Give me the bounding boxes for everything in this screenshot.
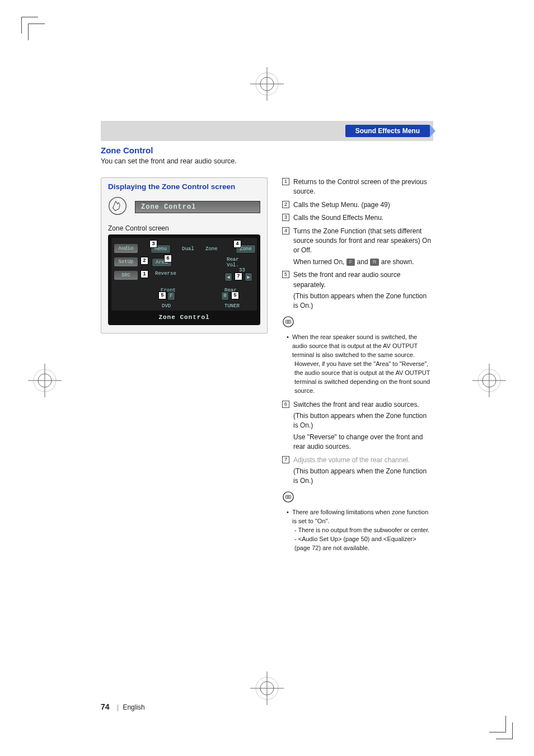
callout-7: 7 [235, 273, 242, 280]
registration-mark-icon [472, 364, 506, 397]
description-column: 1Returns to the Control screen of the pr… [282, 177, 433, 555]
crop-corner [28, 24, 45, 40]
ui-front-tag: F [167, 292, 175, 300]
page: Sound Effects Menu Zone Control You can … [0, 0, 534, 756]
registration-mark-icon [28, 364, 62, 397]
callout-3: 3 [149, 240, 157, 248]
registration-mark-icon [250, 672, 284, 705]
note-block-1: When the rear speaker sound is switched,… [282, 333, 433, 396]
note2-c: - <Audio Set Up> (page 50) and <Equalize… [292, 535, 433, 553]
r-tag-icon: R [370, 259, 380, 266]
registration-mark-icon [250, 67, 284, 101]
ui-screenshot-footer: Zone Control [111, 311, 257, 322]
boxnum-6: 6 [282, 401, 289, 408]
boxnum-3: 3 [282, 214, 289, 221]
crop-corner [489, 716, 506, 732]
touch-label-text: Zone Control [141, 203, 196, 211]
ui-dual-label: Dual [179, 245, 198, 253]
page-number: 74 [101, 702, 110, 711]
desc-item-7: 7Adjusts the volume of the rear channel. [282, 456, 433, 465]
svg-point-21 [283, 492, 293, 502]
boxnum-2: 2 [282, 201, 289, 208]
callout-5a: 5 [158, 292, 166, 299]
callout-1: 1 [140, 270, 148, 278]
ui-side-button-src: SRC [114, 270, 138, 280]
note-block-2: There are following limitations when zon… [282, 508, 433, 553]
callout-6: 6 [164, 255, 172, 262]
touch-row: Zone Control [108, 196, 260, 218]
callout-2: 2 [140, 257, 148, 265]
boxnum-4: 4 [282, 227, 289, 234]
svg-point-16 [109, 198, 127, 215]
section-subtext: You can set the front and rear audio sou… [101, 157, 433, 165]
note2-a: There are following limitations when zon… [292, 509, 428, 524]
ui-vol-left-icon: ◀ [224, 273, 232, 281]
boxnum-5: 5 [282, 271, 289, 278]
boxnum-1: 1 [282, 178, 289, 185]
ui-reverse-label: Reverse [152, 269, 180, 278]
instruction-box: Displaying the Zone Control screen Zone … [101, 177, 268, 334]
desc-item-6: 6Switches the front and rear audio sourc… [282, 400, 433, 410]
boxnum-7: 7 [282, 456, 289, 463]
desc-item-3: 3Calls the Sound Effects Menu. [282, 213, 433, 223]
desc-item-6c: Use "Reverse" to change over the front a… [282, 433, 433, 452]
ui-side-button-setup: SetUp [114, 257, 138, 267]
note1-a: When the rear speaker sound is switched,… [292, 334, 418, 358]
section-banner-title: Sound Effects Menu [355, 127, 420, 135]
f-tag-icon: F [346, 259, 355, 266]
ui-rear-tag: R [221, 292, 229, 300]
desc-item-5b: (This button appears when the Zone funct… [282, 292, 433, 311]
svg-rect-18 [285, 320, 291, 323]
desc-item-5: 5Sets the front and rear audio source se… [282, 270, 433, 290]
section-heading: Zone Control [101, 145, 433, 155]
desc-item-1: 1Returns to the Control screen of the pr… [282, 177, 433, 197]
callout-4: 4 [233, 240, 241, 248]
ui-dvd-label: DVD [158, 302, 174, 311]
desc-item-4b: When turned On, F and R are shown. [282, 257, 433, 267]
note1-b: However, if you have set the "Area" to "… [292, 360, 433, 396]
desc-item-7b: (This button appears when the Zone funct… [282, 467, 433, 486]
desc-item-4: 4Turns the Zone Function (that sets diff… [282, 227, 433, 256]
desc-item-6b: (This button appears when the Zone funct… [282, 411, 433, 431]
ui-vol-right-icon: ▶ [245, 273, 252, 281]
footer-separator: | [117, 703, 119, 711]
instruction-box-title: Displaying the Zone Control screen [108, 182, 260, 191]
ui-screenshot: Audio SetUp SRC 2 1 3 Menu Dual Zone 4 [108, 234, 260, 325]
page-footer: 74 | English [101, 702, 145, 711]
screenshot-caption: Zone Control screen [108, 224, 260, 232]
svg-rect-22 [285, 495, 291, 499]
touch-hand-icon [108, 196, 127, 218]
page-language: English [123, 703, 144, 711]
section-banner-pill: Sound Effects Menu [345, 125, 430, 137]
touch-label: Zone Control [135, 201, 260, 213]
section-banner: Sound Effects Menu [101, 121, 433, 141]
note-icon [282, 316, 433, 331]
svg-point-17 [283, 317, 293, 327]
ui-side-button-audio: Audio [114, 243, 138, 253]
note-icon [282, 491, 433, 506]
ui-zone-header: Zone [202, 245, 221, 253]
page-body: Zone Control You can set the front and r… [101, 145, 433, 555]
note2-b: - There is no output from the subwoofer … [292, 526, 433, 535]
ui-tuner-label: TUNER [221, 302, 243, 311]
desc-item-2: 2Calls the Setup Menu. (page 49) [282, 200, 433, 210]
callout-5b: 5 [231, 292, 239, 299]
